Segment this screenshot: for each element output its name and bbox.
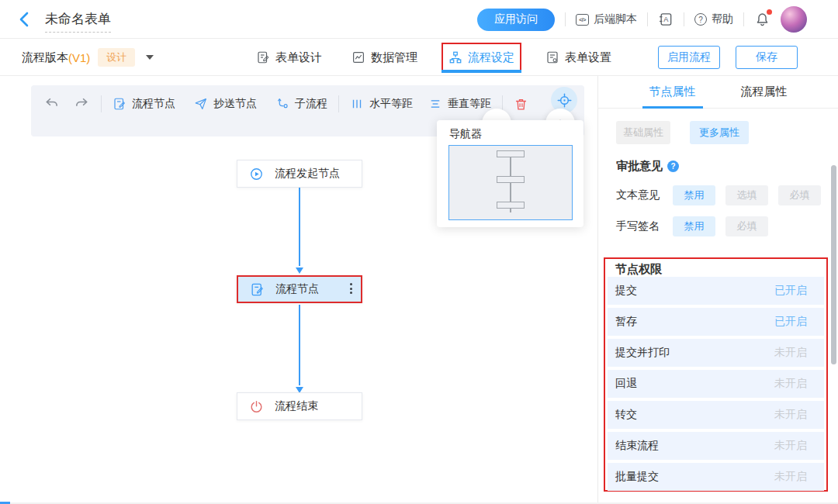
- panel-tabs: 节点属性 流程属性: [598, 76, 838, 109]
- user-avatar[interactable]: [781, 6, 807, 33]
- permission-row-batch-submit[interactable]: 批量提交 未开启: [608, 463, 824, 491]
- subflow-icon: [275, 97, 289, 111]
- divider: [565, 12, 566, 26]
- main-tabs: 表单设计 数据管理 流程设定: [256, 39, 611, 76]
- redo-icon[interactable]: [74, 96, 90, 112]
- start-node[interactable]: 流程发起节点: [237, 160, 362, 188]
- tab-form-design[interactable]: 表单设计: [256, 39, 322, 76]
- version-info: 流程版本 (V1) 设计: [22, 39, 154, 76]
- version-dropdown-caret[interactable]: [146, 55, 154, 60]
- basic-attr-button[interactable]: 基础属性: [616, 121, 670, 144]
- play-icon: [249, 167, 264, 181]
- permission-row-transfer[interactable]: 转交 未开启: [608, 401, 824, 429]
- notification-dot: [767, 9, 772, 15]
- permission-row-submit-print[interactable]: 提交并打印 未开启: [608, 339, 824, 367]
- app-access-button[interactable]: 应用访问: [477, 9, 555, 31]
- more-attr-button[interactable]: 更多属性: [690, 121, 749, 144]
- permission-row-rollback[interactable]: 回退 未开启: [608, 370, 824, 398]
- divider: [101, 95, 102, 112]
- signature-row: 手写签名 禁用 必填: [616, 216, 778, 236]
- option-disable[interactable]: 禁用: [673, 185, 715, 205]
- minimap-node: [497, 202, 525, 209]
- status-badge: 已开启: [774, 284, 807, 298]
- panel-tab-underline: [642, 106, 703, 109]
- svg-text:A: A: [663, 16, 669, 23]
- divider: [647, 12, 648, 26]
- option-optional[interactable]: 选填: [725, 185, 768, 205]
- form-design-icon: [256, 50, 270, 64]
- flow-setting-icon: [448, 50, 462, 64]
- status-badge: 已开启: [774, 315, 807, 329]
- flow-node-icon: [113, 97, 126, 111]
- design-mode-tag[interactable]: 设计: [98, 48, 135, 67]
- status-badge: 未开启: [774, 377, 807, 391]
- text-opinion-row: 文本意见 禁用 选填 必填: [616, 185, 831, 205]
- tab-flow-setting[interactable]: 流程设定: [442, 43, 521, 73]
- approval-section-title: 审批意见 ?: [616, 159, 679, 174]
- flow-edge: [299, 188, 300, 266]
- flow-node-selected[interactable]: 流程节点: [237, 275, 362, 303]
- status-badge: 未开启: [774, 346, 807, 360]
- vertical-spacing-icon: [428, 97, 442, 111]
- back-icon[interactable]: [17, 11, 33, 28]
- permission-row-save-draft[interactable]: 暂存 已开启: [608, 308, 824, 336]
- minimap-node: [497, 176, 525, 183]
- permission-row-end-flow[interactable]: 结束流程 未开启: [608, 432, 824, 460]
- navigator-title: 导航器: [449, 127, 482, 141]
- option-disable[interactable]: 禁用: [673, 216, 715, 236]
- data-chart-icon: [351, 50, 365, 64]
- navigator-minimap[interactable]: [448, 145, 573, 220]
- properties-panel: 节点属性 流程属性 基础属性 更多属性 审批意见 ? 文本意见 禁用 选填 必填…: [597, 76, 838, 504]
- version-bar: 流程版本 (V1) 设计 表单设计 数据管理: [0, 39, 838, 76]
- notification-bell-icon[interactable]: [754, 12, 770, 28]
- permission-rows: 提交 已开启 暂存 已开启 提交并打印 未开启 回退 未开启 转交 未开启 结束…: [608, 277, 824, 491]
- horizontal-spacing-icon: [350, 97, 364, 111]
- version-label: 流程版本: [22, 50, 68, 65]
- flow-edge: [299, 305, 300, 385]
- help-button[interactable]: ? 帮助: [694, 12, 733, 26]
- backend-script-button[interactable]: </> 后端脚本: [576, 12, 637, 26]
- flow-node-icon: [250, 282, 265, 297]
- paper-plane-icon: [194, 97, 208, 111]
- node-menu-icon[interactable]: [350, 283, 352, 294]
- tab-data-manage[interactable]: 数据管理: [351, 39, 417, 76]
- vertical-equal-button[interactable]: 垂直等距: [428, 97, 491, 111]
- tab-flow-properties[interactable]: 流程属性: [741, 76, 788, 109]
- active-tab-underline: [442, 70, 521, 73]
- permission-row-submit[interactable]: 提交 已开启: [608, 277, 824, 305]
- code-icon: </>: [576, 14, 589, 26]
- add-subflow-button[interactable]: 子流程: [275, 97, 327, 111]
- address-book-icon: A: [658, 12, 674, 27]
- help-icon[interactable]: ?: [667, 161, 679, 172]
- panel-scrollbar[interactable]: [831, 165, 836, 364]
- power-icon: [249, 399, 264, 414]
- option-required[interactable]: 必填: [778, 185, 821, 205]
- status-badge: 未开启: [774, 408, 807, 422]
- option-label: 手写签名: [616, 219, 673, 233]
- top-bar: 未命名表单 应用访问 </> 后端脚本 A ? 帮助: [0, 0, 838, 39]
- end-node[interactable]: 流程结束: [237, 392, 362, 420]
- status-badge: 未开启: [774, 439, 807, 453]
- crosshair-icon: [556, 92, 573, 109]
- option-label: 文本意见: [616, 188, 673, 202]
- add-cc-node-button[interactable]: 抄送节点: [194, 97, 257, 111]
- delete-icon[interactable]: [514, 97, 528, 112]
- option-required[interactable]: 必填: [725, 216, 768, 236]
- tab-node-properties[interactable]: 节点属性: [649, 76, 696, 109]
- add-flow-node-button[interactable]: 流程节点: [113, 97, 175, 111]
- topbar-actions: 应用访问 </> 后端脚本 A ? 帮助: [477, 0, 807, 39]
- undo-icon[interactable]: [43, 96, 60, 112]
- contacts-button[interactable]: A: [658, 12, 674, 27]
- page-title[interactable]: 未命名表单: [45, 10, 111, 33]
- permission-section-title: 节点权限: [615, 262, 662, 277]
- flow-canvas[interactable]: 流程节点 抄送节点 子流程: [0, 76, 597, 504]
- save-button[interactable]: 保存: [736, 46, 798, 69]
- flow-edge-arrowhead: [296, 268, 303, 274]
- version-number: (V1): [68, 51, 90, 64]
- tab-form-settings[interactable]: 表单设置: [545, 39, 611, 76]
- enable-flow-button[interactable]: 启用流程: [658, 46, 720, 69]
- horizontal-equal-button[interactable]: 水平等距: [350, 97, 413, 111]
- divider: [743, 12, 744, 26]
- navigator-panel: 导航器: [437, 120, 583, 227]
- form-settings-icon: [545, 50, 559, 64]
